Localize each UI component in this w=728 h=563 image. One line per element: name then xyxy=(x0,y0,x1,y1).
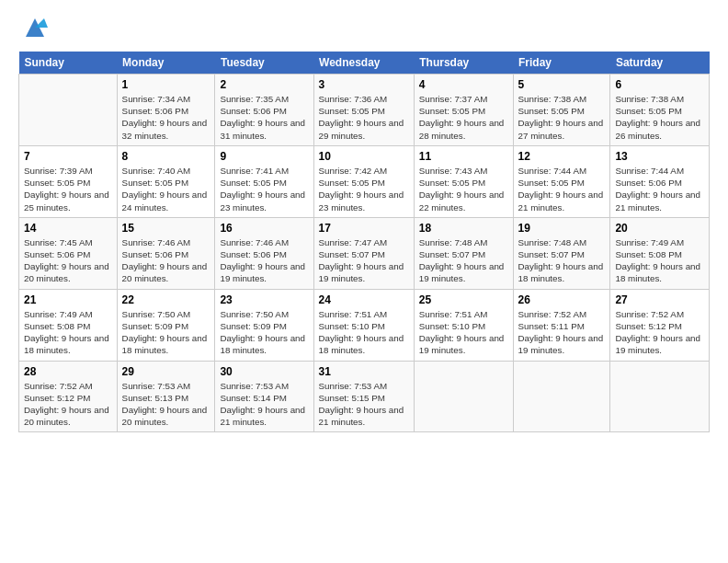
day-cell: 21Sunrise: 7:49 AMSunset: 5:08 PMDayligh… xyxy=(19,289,118,361)
sunrise-text: Sunrise: 7:34 AM xyxy=(122,94,191,104)
day-cell: 28Sunrise: 7:52 AMSunset: 5:12 PMDayligh… xyxy=(19,361,118,432)
day-info: Sunrise: 7:48 AMSunset: 5:07 PMDaylight:… xyxy=(518,236,606,285)
day-info: Sunrise: 7:48 AMSunset: 5:07 PMDaylight:… xyxy=(419,236,508,285)
day-number: 24 xyxy=(319,293,409,306)
header xyxy=(18,17,710,42)
sunrise-text: Sunrise: 7:48 AM xyxy=(518,237,587,247)
day-cell: 3Sunrise: 7:36 AMSunset: 5:05 PMDaylight… xyxy=(313,75,414,146)
sunrise-text: Sunrise: 7:52 AM xyxy=(615,309,684,319)
day-number: 18 xyxy=(419,222,508,235)
day-cell: 22Sunrise: 7:50 AMSunset: 5:09 PMDayligh… xyxy=(117,289,215,361)
day-number: 12 xyxy=(518,150,606,163)
sunset-text: Sunset: 5:05 PM xyxy=(518,178,585,188)
day-number: 15 xyxy=(122,222,210,235)
day-info: Sunrise: 7:38 AMSunset: 5:05 PMDaylight:… xyxy=(518,93,606,142)
day-info: Sunrise: 7:52 AMSunset: 5:11 PMDaylight:… xyxy=(518,308,606,357)
week-row-3: 14Sunrise: 7:45 AMSunset: 5:06 PMDayligh… xyxy=(19,217,710,289)
sunrise-text: Sunrise: 7:50 AM xyxy=(220,309,289,319)
col-header-wednesday: Wednesday xyxy=(313,52,414,75)
day-info: Sunrise: 7:44 AMSunset: 5:06 PMDaylight:… xyxy=(615,165,704,213)
day-info: Sunrise: 7:46 AMSunset: 5:06 PMDaylight:… xyxy=(122,236,210,285)
sunrise-text: Sunrise: 7:42 AM xyxy=(319,166,388,176)
day-cell: 25Sunrise: 7:51 AMSunset: 5:10 PMDayligh… xyxy=(414,289,513,361)
day-info: Sunrise: 7:42 AMSunset: 5:05 PMDaylight:… xyxy=(319,165,409,213)
daylight-text: Daylight: 9 hours and 24 minutes. xyxy=(122,190,208,212)
day-cell: 19Sunrise: 7:48 AMSunset: 5:07 PMDayligh… xyxy=(513,217,610,289)
sunset-text: Sunset: 5:05 PM xyxy=(615,106,681,116)
day-info: Sunrise: 7:49 AMSunset: 5:08 PMDaylight:… xyxy=(615,236,704,285)
week-row-1: 1Sunrise: 7:34 AMSunset: 5:06 PMDaylight… xyxy=(19,75,710,146)
week-row-4: 21Sunrise: 7:49 AMSunset: 5:08 PMDayligh… xyxy=(19,289,710,361)
day-number: 2 xyxy=(220,78,308,91)
sunset-text: Sunset: 5:09 PM xyxy=(122,321,188,331)
day-number: 21 xyxy=(24,293,112,306)
sunrise-text: Sunrise: 7:40 AM xyxy=(122,166,191,176)
day-cell: 10Sunrise: 7:42 AMSunset: 5:05 PMDayligh… xyxy=(313,145,414,217)
daylight-text: Daylight: 9 hours and 21 minutes. xyxy=(518,190,604,212)
day-number: 8 xyxy=(122,150,210,163)
day-info: Sunrise: 7:52 AMSunset: 5:12 PMDaylight:… xyxy=(24,380,112,429)
daylight-text: Daylight: 9 hours and 18 minutes. xyxy=(615,261,700,283)
sunset-text: Sunset: 5:06 PM xyxy=(220,249,286,259)
sunrise-text: Sunrise: 7:44 AM xyxy=(615,166,684,176)
day-number: 28 xyxy=(24,365,112,378)
sunset-text: Sunset: 5:12 PM xyxy=(24,393,90,403)
day-info: Sunrise: 7:49 AMSunset: 5:08 PMDaylight:… xyxy=(24,308,112,357)
sunrise-text: Sunrise: 7:50 AM xyxy=(122,309,191,319)
sunset-text: Sunset: 5:07 PM xyxy=(419,249,485,259)
sunset-text: Sunset: 5:06 PM xyxy=(220,106,286,116)
logo-icon xyxy=(22,15,48,40)
day-cell: 9Sunrise: 7:41 AMSunset: 5:05 PMDaylight… xyxy=(215,145,313,217)
day-cell: 11Sunrise: 7:43 AMSunset: 5:05 PMDayligh… xyxy=(414,145,513,217)
day-number: 10 xyxy=(319,150,409,163)
daylight-text: Daylight: 9 hours and 18 minutes. xyxy=(518,261,604,283)
sunset-text: Sunset: 5:06 PM xyxy=(24,249,90,259)
day-number: 20 xyxy=(615,222,704,235)
day-cell: 13Sunrise: 7:44 AMSunset: 5:06 PMDayligh… xyxy=(610,145,710,217)
header-row: SundayMondayTuesdayWednesdayThursdayFrid… xyxy=(19,52,710,75)
sunrise-text: Sunrise: 7:49 AM xyxy=(24,309,93,319)
sunset-text: Sunset: 5:11 PM xyxy=(518,321,585,331)
sunset-text: Sunset: 5:05 PM xyxy=(518,106,585,116)
daylight-text: Daylight: 9 hours and 21 minutes. xyxy=(615,190,700,212)
calendar-table: SundayMondayTuesdayWednesdayThursdayFrid… xyxy=(18,52,710,432)
day-cell: 6Sunrise: 7:38 AMSunset: 5:05 PMDaylight… xyxy=(610,75,710,146)
daylight-text: Daylight: 9 hours and 28 minutes. xyxy=(419,118,505,140)
sunset-text: Sunset: 5:05 PM xyxy=(319,178,385,188)
sunrise-text: Sunrise: 7:38 AM xyxy=(615,94,684,104)
sunrise-text: Sunrise: 7:53 AM xyxy=(319,381,388,391)
day-info: Sunrise: 7:41 AMSunset: 5:05 PMDaylight:… xyxy=(220,165,308,213)
daylight-text: Daylight: 9 hours and 19 minutes. xyxy=(419,261,505,283)
sunrise-text: Sunrise: 7:52 AM xyxy=(24,381,93,391)
daylight-text: Daylight: 9 hours and 19 minutes. xyxy=(518,333,604,355)
day-number: 5 xyxy=(518,78,606,91)
day-number: 16 xyxy=(220,222,308,235)
day-info: Sunrise: 7:51 AMSunset: 5:10 PMDaylight:… xyxy=(319,308,409,357)
day-number: 7 xyxy=(24,150,112,163)
sunrise-text: Sunrise: 7:51 AM xyxy=(419,309,488,319)
sunset-text: Sunset: 5:05 PM xyxy=(319,106,385,116)
day-info: Sunrise: 7:40 AMSunset: 5:05 PMDaylight:… xyxy=(122,165,210,213)
sunrise-text: Sunrise: 7:46 AM xyxy=(122,237,191,247)
sunset-text: Sunset: 5:08 PM xyxy=(615,249,681,259)
daylight-text: Daylight: 9 hours and 32 minutes. xyxy=(122,118,208,140)
day-cell xyxy=(414,361,513,432)
day-cell: 12Sunrise: 7:44 AMSunset: 5:05 PMDayligh… xyxy=(513,145,610,217)
day-number: 1 xyxy=(122,78,210,91)
daylight-text: Daylight: 9 hours and 18 minutes. xyxy=(220,333,305,355)
day-cell: 24Sunrise: 7:51 AMSunset: 5:10 PMDayligh… xyxy=(313,289,414,361)
sunrise-text: Sunrise: 7:43 AM xyxy=(419,166,488,176)
sunrise-text: Sunrise: 7:53 AM xyxy=(220,381,289,391)
day-number: 4 xyxy=(419,78,508,91)
day-number: 13 xyxy=(615,150,704,163)
day-cell: 26Sunrise: 7:52 AMSunset: 5:11 PMDayligh… xyxy=(513,289,610,361)
sunrise-text: Sunrise: 7:41 AM xyxy=(220,166,289,176)
sunset-text: Sunset: 5:14 PM xyxy=(220,393,286,403)
col-header-saturday: Saturday xyxy=(610,52,710,75)
day-number: 3 xyxy=(319,78,409,91)
sunrise-text: Sunrise: 7:49 AM xyxy=(615,237,684,247)
day-info: Sunrise: 7:46 AMSunset: 5:06 PMDaylight:… xyxy=(220,236,308,285)
day-cell: 23Sunrise: 7:50 AMSunset: 5:09 PMDayligh… xyxy=(215,289,313,361)
day-number: 22 xyxy=(122,293,210,306)
sunset-text: Sunset: 5:10 PM xyxy=(419,321,485,331)
